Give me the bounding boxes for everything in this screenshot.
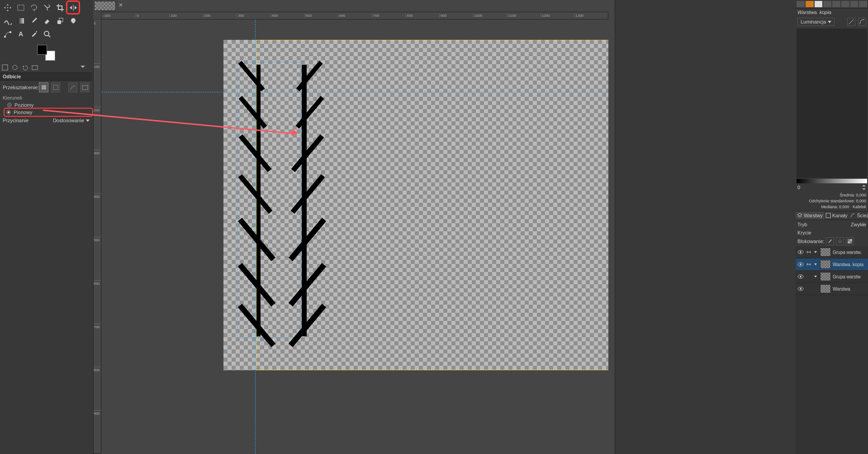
transform-mode-row: Przekształcenie: [0, 81, 92, 94]
paintbrush-tool[interactable] [28, 14, 40, 27]
zoom-tool[interactable] [41, 28, 53, 40]
layer-name[interactable]: Warstwa [833, 287, 850, 292]
svg-point-11 [13, 65, 17, 70]
svg-point-21 [800, 251, 802, 253]
svg-point-9 [44, 31, 49, 36]
text-tool[interactable]: A [14, 28, 27, 40]
lock-position-icon[interactable] [836, 237, 844, 245]
link-icon[interactable] [806, 249, 812, 255]
layer-row[interactable]: Grupa warstw [796, 271, 868, 283]
svg-point-2 [48, 5, 49, 5]
tab-channels[interactable]: Kanały [824, 211, 849, 220]
ruler-horizontal[interactable]: -100010020030040050060070080090010001100… [101, 12, 608, 19]
layer-row[interactable]: Warstwa [796, 283, 868, 295]
layer-name[interactable]: Warstwa. kopia [833, 262, 863, 267]
dock-tab-3[interactable] [815, 1, 823, 7]
radio-icon [7, 103, 12, 107]
image-tab[interactable] [94, 1, 116, 11]
crop-tool[interactable] [54, 1, 66, 14]
eye-icon[interactable] [797, 273, 804, 280]
transform-label: Przekształcenie: [3, 85, 36, 90]
expand-icon[interactable] [814, 263, 818, 266]
dock-tab-4[interactable] [823, 1, 831, 7]
svg-rect-6 [4, 36, 6, 38]
expand-icon[interactable] [814, 275, 818, 278]
svg-rect-14 [53, 85, 58, 90]
clipping-select[interactable]: Dostosowanie [53, 118, 90, 123]
warp-tool[interactable] [1, 14, 14, 27]
dock-tab-6[interactable] [841, 1, 849, 7]
eye-icon[interactable] [797, 249, 804, 255]
radio-vertical-label: Pionowy [14, 110, 33, 115]
annotation-arrow-head [291, 129, 298, 136]
tab-device-icon[interactable] [12, 64, 19, 72]
color-swatch[interactable] [37, 45, 55, 61]
move-tool[interactable] [1, 1, 14, 14]
transform-path-btn[interactable] [68, 82, 78, 92]
svg-point-1 [49, 5, 50, 6]
lock-pixels-icon[interactable] [826, 237, 834, 245]
histogram-channel-value: Luminancja [801, 19, 826, 24]
clipping-label: Przycinanie [3, 118, 28, 123]
opacity-label: Krycie [796, 229, 868, 236]
layer-dock-tabs: Warstwy Kanały Ścieżki [796, 211, 868, 220]
tab-tooloptions-icon[interactable] [2, 64, 9, 72]
chevron-down-icon [828, 21, 831, 23]
flip-tool[interactable] [67, 1, 79, 14]
dock-tab-5[interactable] [832, 1, 840, 7]
eye-icon[interactable] [797, 286, 804, 292]
svg-rect-15 [82, 86, 88, 90]
svg-point-25 [800, 276, 802, 277]
smudge-tool[interactable] [67, 14, 79, 27]
transform-selection-btn[interactable] [51, 82, 61, 92]
canvas-viewport[interactable] [101, 19, 608, 454]
toolbox: A [0, 0, 92, 41]
eye-icon[interactable] [797, 261, 804, 268]
dock-tab-1[interactable] [797, 1, 805, 7]
link-icon[interactable] [806, 261, 812, 268]
dock-tab-8[interactable] [859, 1, 867, 7]
layer-name[interactable]: Grupa warstw. [833, 250, 862, 255]
transform-layer-btn[interactable] [39, 82, 48, 92]
layer-thumbnail [820, 272, 831, 281]
layer-row[interactable]: Warstwa. kopia [796, 258, 868, 271]
svg-rect-7 [9, 31, 11, 33]
gradient-tool[interactable] [14, 14, 27, 27]
histogram-log-icon[interactable] [858, 18, 866, 26]
free-select-tool[interactable] [28, 1, 40, 14]
clipping-row[interactable]: Przycinanie Dostosowanie [0, 116, 92, 125]
path-tool[interactable] [1, 28, 14, 40]
lock-label: Blokowanie: [797, 239, 824, 244]
rect-select-tool[interactable] [14, 1, 27, 14]
histogram-gradient [797, 179, 867, 183]
layer-name[interactable]: Grupa warstw [833, 274, 861, 279]
fg-color[interactable] [37, 45, 47, 55]
layer-mode-label: Tryb [797, 222, 807, 227]
histogram-linear-icon[interactable] [847, 18, 855, 26]
layer-mode-value[interactable]: Zwykłe [851, 222, 866, 227]
fuzzy-select-tool[interactable] [41, 1, 53, 14]
tab-menu-icon[interactable] [81, 64, 88, 72]
histogram-channel-select[interactable]: Luminancja [797, 18, 835, 26]
dock-tab-2[interactable] [806, 1, 814, 7]
dock-tab-7[interactable] [850, 1, 859, 7]
tab-paths[interactable]: Ścieżki [849, 211, 868, 220]
layer-row[interactable]: Grupa warstw. [796, 246, 868, 258]
tab-images-icon[interactable] [32, 64, 39, 72]
tab-layers[interactable]: Warstwy [796, 211, 824, 220]
svg-rect-0 [18, 5, 24, 10]
close-tab-icon[interactable]: ✕ [119, 2, 124, 7]
tab-undo-icon[interactable] [22, 64, 29, 72]
eraser-tool[interactable] [41, 14, 53, 27]
expand-icon[interactable] [814, 250, 818, 254]
histogram-display [797, 29, 867, 178]
radio-horizontal[interactable]: Poziomy [0, 101, 92, 109]
lock-alpha-icon[interactable] [846, 237, 854, 245]
clone-tool[interactable] [54, 14, 66, 27]
transform-image-btn[interactable] [80, 82, 90, 92]
guide-horizontal[interactable] [101, 92, 608, 92]
color-picker-tool[interactable] [28, 28, 40, 40]
ruler-vertical[interactable]: 0100200300400500600700800900 [93, 19, 101, 454]
range-stepper[interactable] [862, 184, 866, 191]
left-panel: A Odbicie Przekształcenie: Kierunek Pozi… [0, 0, 92, 454]
